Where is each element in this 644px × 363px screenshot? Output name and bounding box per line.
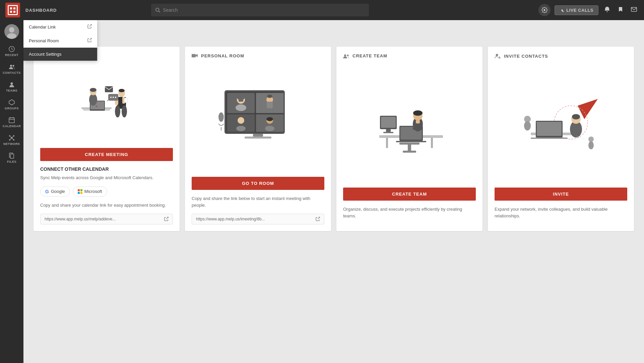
svg-point-20 [13, 139, 14, 141]
settings-button[interactable] [538, 4, 551, 16]
recent-icon [8, 46, 15, 52]
svg-rect-49 [80, 189, 82, 191]
svg-point-18 [13, 135, 14, 137]
personal-room-url-field[interactable]: https://www.app.melp.us/imeeting/8b... [192, 214, 324, 224]
invite-contacts-illustration [495, 63, 627, 182]
svg-rect-3 [13, 11, 15, 13]
account-settings-label: Account Settings [29, 52, 62, 57]
svg-rect-0 [10, 7, 12, 9]
svg-point-42 [122, 105, 127, 117]
live-calls-button[interactable]: LIVE CALLS [555, 5, 598, 15]
calendar-link-label: Calendar Link [29, 24, 56, 30]
copy-link-icon[interactable] [164, 217, 169, 221]
svg-rect-51 [80, 192, 82, 194]
sidebar-label-files: FILES [7, 160, 16, 163]
app-title: DASHBOARD [25, 8, 57, 13]
personal-room-title: PERSONAL ROOM [201, 53, 244, 58]
svg-point-70 [266, 117, 273, 121]
invite-button[interactable]: INVITE [495, 188, 627, 201]
sidebar-item-files[interactable]: FILES [0, 150, 23, 166]
sidebar-label-network: NETWORK [3, 142, 20, 146]
dropdown-item-account-settings[interactable]: Account Settings [23, 48, 97, 61]
svg-line-24 [12, 139, 13, 140]
svg-point-108 [588, 137, 594, 142]
svg-rect-94 [386, 129, 391, 132]
svg-rect-12 [9, 118, 14, 123]
svg-point-67 [236, 126, 246, 131]
svg-rect-75 [245, 137, 271, 139]
sidebar-item-recent[interactable]: RECENT [0, 43, 23, 59]
svg-line-23 [10, 139, 11, 140]
calendar-url-field[interactable]: https://www.app.melp.us/melp/addeve... [40, 214, 173, 224]
create-team-title: CREATE TEAM [352, 53, 387, 58]
phone-icon [560, 8, 564, 12]
svg-point-47 [115, 97, 116, 98]
search-input[interactable] [163, 7, 365, 13]
calendar-url-text: https://www.app.melp.us/melp/addeve... [45, 217, 161, 221]
svg-rect-40 [124, 98, 128, 103]
contacts-icon [8, 63, 15, 70]
svg-point-96 [496, 54, 498, 56]
link-icon2 [87, 38, 92, 44]
bell-icon [604, 6, 610, 13]
google-calendar-button[interactable]: G Google [40, 187, 70, 197]
teams-icon [8, 81, 15, 88]
svg-rect-80 [431, 138, 433, 148]
sidebar-item-network[interactable]: NETWORK [0, 132, 23, 148]
sidebar-item-calendar[interactable]: CALENDAR [0, 114, 23, 131]
google-label: Google [51, 189, 65, 194]
personal-room-url-text: https://www.app.melp.us/imeeting/8b... [196, 217, 313, 221]
sidebar-item-teams[interactable]: TEAMS [0, 79, 23, 95]
sidebar-label-calendar: CALENDAR [3, 124, 21, 128]
sidebar-item-groups[interactable]: GROUPS [0, 96, 23, 113]
svg-line-21 [10, 137, 11, 138]
svg-rect-93 [381, 117, 396, 128]
svg-rect-6 [631, 7, 637, 11]
svg-point-107 [524, 121, 531, 131]
avatar[interactable] [4, 24, 19, 39]
main-content: nes [23, 20, 644, 363]
personal-room-header: PERSONAL ROOM [192, 53, 324, 58]
app-logo[interactable] [5, 3, 20, 17]
bookmark-icon [617, 6, 624, 13]
create-meeting-button[interactable]: CREATE MEETING [40, 148, 173, 161]
invite-contacts-text: Expand your network, invite colleagues, … [495, 206, 627, 219]
svg-rect-101 [537, 122, 562, 136]
bookmarks-button[interactable] [616, 5, 625, 16]
svg-point-76 [344, 54, 346, 56]
sidebar-label-groups: GROUPS [5, 107, 19, 110]
svg-point-57 [236, 104, 246, 111]
sidebar-label-recent: RECENT [5, 53, 18, 57]
svg-point-34 [90, 88, 96, 92]
svg-point-46 [113, 97, 114, 98]
svg-rect-82 [408, 145, 411, 151]
logo-inner [8, 5, 18, 15]
create-team-card: CREATE TEAM [336, 47, 482, 231]
create-team-illustration [343, 62, 476, 182]
dropdown-item-calendar-link[interactable]: Calendar Link [23, 20, 97, 34]
svg-marker-11 [9, 100, 14, 105]
svg-rect-102 [531, 138, 568, 139]
calendar-link-text: Copy and share your calendar link for ea… [40, 202, 173, 209]
svg-rect-48 [78, 189, 80, 191]
go-to-room-button[interactable]: GO TO ROOM [192, 177, 324, 190]
sidebar-label-contacts: CONTACTS [3, 71, 20, 74]
svg-rect-74 [253, 134, 263, 137]
search-bar[interactable] [151, 4, 369, 16]
microsoft-calendar-button[interactable]: Microsoft [73, 187, 107, 197]
svg-point-71 [265, 126, 274, 131]
create-meeting-illustration [40, 53, 173, 143]
sidebar-item-contacts[interactable]: CONTACTS [0, 61, 23, 77]
personal-room-text: Copy and share the link below to start a… [192, 195, 324, 208]
svg-rect-88 [413, 127, 423, 130]
messages-button[interactable] [629, 5, 639, 16]
create-meeting-card: CREATE MEETING CONNECT OTHER CALENDAR Sy… [34, 47, 180, 231]
svg-point-19 [9, 139, 10, 141]
dropdown-item-personal-room[interactable]: Personal Room [23, 34, 97, 48]
notifications-button[interactable] [602, 5, 612, 16]
copy-room-link-icon[interactable] [315, 217, 320, 221]
create-team-button[interactable]: CREATE TEAM [343, 188, 476, 201]
svg-rect-50 [78, 192, 80, 194]
invite-icon [495, 53, 501, 59]
sidebar: RECENT CONTACTS TEAMS GROUPS [0, 20, 23, 363]
